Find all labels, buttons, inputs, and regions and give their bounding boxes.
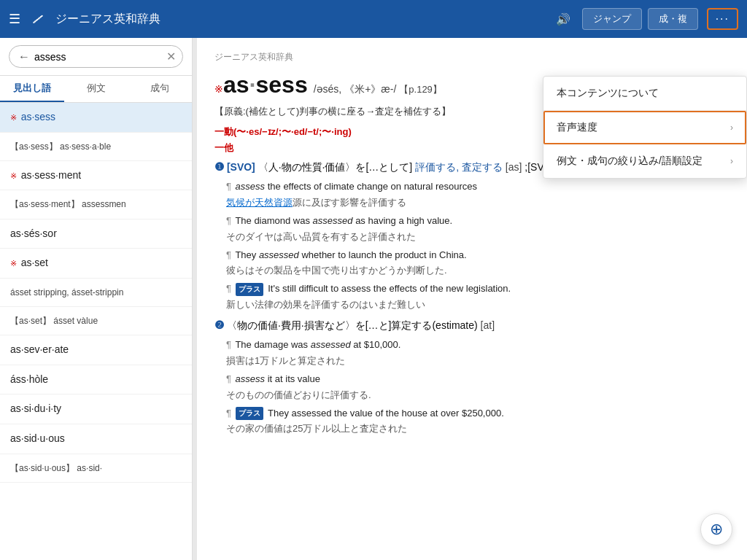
plus-badge-2: プラス [236,407,263,420]
header-controls: 🔊 ジャンプ 成・複 ··· [550,8,738,30]
para-mark: ¶ [226,283,231,294]
list-item[interactable]: ásset stripping, ásset-strippin [0,279,192,307]
chevron-icon: › [730,122,733,133]
para-mark: ¶ [226,408,231,419]
definition-2: ❷ 〈物の価値·費用·損害など〉を[…と]算定する(estimate) [at] [214,316,729,335]
example-jp: 彼らはその製品を中国で売り出すかどうか判断した. [226,264,729,277]
dropdown-menu: 本コンテンツについて 音声速度 › 例文・成句の絞り込み/語順設定 › [543,76,747,179]
jp-link[interactable]: 気候が [226,197,255,208]
tab-seiku[interactable]: 成句 [128,76,192,102]
list-item[interactable]: ※ as·sess·ment [0,161,192,191]
list-item[interactable]: as·sés·sor [0,219,192,249]
headword: as·sess [223,71,308,98]
entry-word: as·set [21,257,48,268]
audio-button[interactable]: 🔊 [550,9,576,29]
dropdown-item-about[interactable]: 本コンテンツについて [543,77,746,111]
example: ¶ assess the effects of climate change o… [226,179,729,195]
app-title: ジーニアス英和辞典 [55,12,541,27]
chevron-icon-2: › [730,156,733,166]
tab-reibun[interactable]: 例文 [64,76,128,102]
clear-button[interactable]: ✕ [166,50,176,63]
list-item[interactable]: 【as·set】 ásset vàlue [0,307,192,335]
seifuku-button[interactable]: 成・複 [648,8,698,30]
list-item[interactable]: 【as·sess·ment】 assessmen [0,190,192,219]
sub-entries: 【as·sid·u·ous】 as·sid· [10,463,102,473]
sidebar-list: ※ as·sess 【as·sess】 as·sess·a·ble ※ as·s… [0,103,192,560]
example-jp: 新しい法律の効果を評価するのはいまだ難しい [226,298,729,311]
star-icon: ※ [10,113,17,122]
sub-entries: ásset stripping, ásset-strippin [10,287,123,298]
para-mark: ¶ [226,373,231,384]
app-logo: ⟋ [29,11,44,28]
entry-word: as·sev·er·ate [10,343,69,355]
sidebar-search: ← ✕ [0,38,192,76]
jp-link-2[interactable]: 天然資源 [255,197,293,208]
page-ref: 【p.129】 [399,83,442,96]
example-jp: そのダイヤは高い品質を有すると評価された [226,230,729,244]
entry-word: as·si·du·i·ty [10,402,61,414]
star-icon: ※ [10,171,17,180]
example-text: assessed [311,339,351,350]
example-text: assessed [313,215,353,226]
entry-word: as·sess·ment [21,169,81,181]
search-box: ← ✕ [9,45,183,68]
header: ☰ ⟋ ジーニアス英和辞典 🔊 ジャンプ 成・複 ··· [0,0,747,38]
list-item[interactable]: ※ as·sess [0,103,192,133]
example: ¶ The diamond was assessed as having a h… [226,214,729,229]
example: ¶ プラス They assessed the value of the hou… [226,406,729,421]
example-text: assess [236,373,265,384]
entry-word: as·sess [21,111,55,122]
headword-star: ※ [214,83,223,95]
example: ¶ The damage was assessed at $10,000. [226,338,729,353]
back-button[interactable]: ← [18,50,30,63]
para-mark: ¶ [226,339,231,350]
example-text: assess [236,181,265,192]
sub-entries: 【as·sess·ment】 assessmen [10,199,126,209]
list-item[interactable]: as·sev·er·ate [0,335,192,365]
sub-entries: 【as·sess】 as·sess·a·ble [10,141,111,152]
example: ¶ assess it at its value [226,372,729,387]
example: ¶ プラス It's still difficult to assess the… [226,281,729,297]
translation: 評価する, 査定する [415,161,503,173]
jump-button[interactable]: ジャンプ [582,8,642,30]
list-item[interactable]: 【as·sess】 as·sess·a·ble [0,133,192,161]
entry-word: áss·hòle [10,373,48,385]
fab-icon: ⊕ [710,520,723,539]
list-item[interactable]: as·sid·u·ous [0,424,192,454]
example-jp: 損害は1万ドルと算定された [226,354,729,368]
dropdown-item-filter[interactable]: 例文・成句の絞り込み/語順設定 › [543,144,746,178]
svo-type: [SVO] [227,161,255,173]
def-number: ❶ [214,160,224,173]
list-item[interactable]: áss·hòle [0,365,192,395]
example: ¶ They assessed whether to launch the pr… [226,248,729,263]
bracket-2: [at] [481,319,495,331]
example-jp: そのものの価値どおりに評価する. [226,389,729,402]
tab-midashigo[interactable]: 見出し語 [0,76,64,102]
search-input[interactable] [34,51,162,63]
list-item[interactable]: 【as·sid·u·ous】 as·sid· [0,454,192,483]
list-item[interactable]: ※ as·set [0,249,192,279]
content-source: ジーニアス英和辞典 [214,51,729,63]
dropdown-item-audio-speed[interactable]: 音声速度 › [543,111,746,144]
example-text: assessed [259,249,299,260]
bracket: [as] [506,161,522,173]
pronunciation: /əsés, 《米+》æ-/ [314,83,397,96]
example-jp: 気候が天然資源源に及ぼす影響を評価する [226,196,729,209]
para-mark: ¶ [226,249,231,260]
example-jp: その家の価値は25万ドル以上と査定された [226,422,729,435]
sidebar-tabs: 見出し語 例文 成句 [0,76,192,103]
para-mark: ¶ [226,215,231,226]
fab-button[interactable]: ⊕ [700,513,732,545]
entry-word: as·sés·sor [10,228,57,239]
entry-word: as·sid·u·ous [10,432,65,444]
sidebar: ← ✕ 見出し語 例文 成句 ※ as·sess 【as·sess】 as·se… [0,38,193,560]
menu-icon[interactable]: ☰ [9,11,20,27]
list-item[interactable]: as·si·du·i·ty [0,394,192,424]
plus-badge: プラス [236,283,263,296]
more-menu-button[interactable]: ··· [707,8,738,30]
star-icon: ※ [10,259,17,268]
sub-entries: 【as·set】 ásset vàlue [10,316,98,326]
def-number: ❷ [214,319,224,331]
para-mark: ¶ [226,181,231,192]
